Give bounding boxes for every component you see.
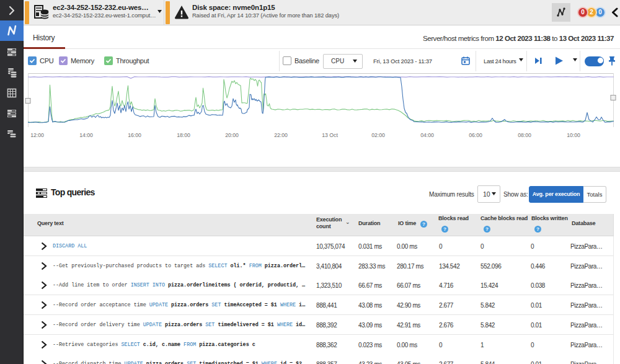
svg-text:04:00: 04:00 — [420, 132, 434, 138]
svg-text:18:00: 18:00 — [177, 132, 190, 138]
svg-text:06:00: 06:00 — [469, 132, 482, 138]
svg-text:08:00: 08:00 — [518, 132, 531, 138]
svg-text:12:00: 12:00 — [30, 132, 44, 138]
svg-text:13 Oct: 13 Oct — [322, 132, 338, 138]
svg-text:20:00: 20:00 — [225, 132, 239, 138]
svg-text:14:00: 14:00 — [79, 132, 93, 138]
svg-text:10:00: 10:00 — [567, 132, 580, 138]
svg-text:22:00: 22:00 — [274, 132, 288, 138]
svg-text:02:00: 02:00 — [371, 132, 385, 138]
svg-text:16:00: 16:00 — [128, 132, 141, 138]
